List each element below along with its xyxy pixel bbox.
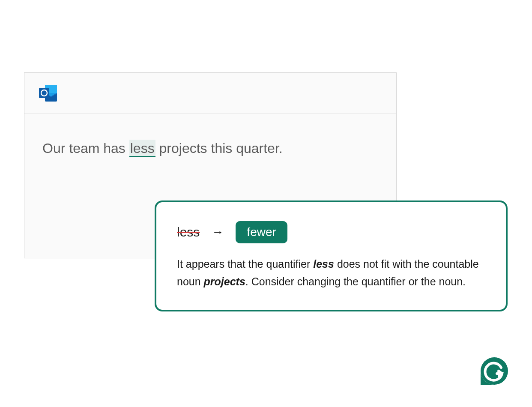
editor-text-before: Our team has [42, 141, 129, 156]
explanation-part: . Consider changing the quantifier or th… [245, 275, 466, 287]
editor-text-after: projects this quarter. [155, 141, 283, 156]
explanation-emphasis: less [313, 258, 334, 270]
original-word: less [177, 225, 200, 239]
suggestion-card: less → fewer It appears that the quantif… [155, 201, 508, 311]
grammarly-icon[interactable] [480, 356, 509, 386]
arrow-icon: → [212, 225, 224, 239]
outlook-icon [38, 84, 58, 102]
svg-rect-2 [39, 88, 49, 98]
highlighted-word[interactable]: less [129, 140, 155, 157]
editor-text-area[interactable]: Our team has less projects this quarter. [24, 114, 396, 183]
editor-header [24, 73, 396, 114]
explanation-emphasis: projects [204, 275, 245, 287]
suggestion-explanation: It appears that the quantifier less does… [177, 255, 485, 291]
suggestion-row: less → fewer [177, 221, 485, 243]
replacement-button[interactable]: fewer [236, 221, 287, 243]
explanation-part: It appears that the quantifier [177, 258, 313, 270]
